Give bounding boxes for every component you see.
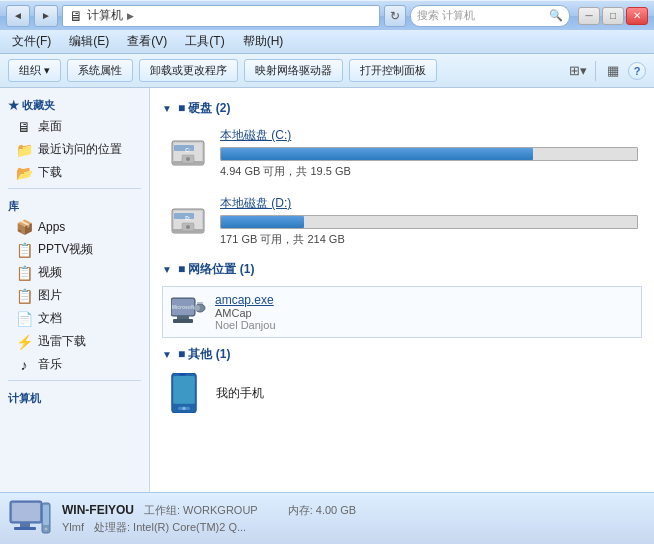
disk-c-item[interactable]: C: 本地磁盘 (C:) 4.94 GB 可用，共 19.5 GB (162, 125, 642, 181)
favorites-header[interactable]: ★ 收藏夹 (0, 92, 149, 115)
disk-c-bar-container (220, 147, 638, 161)
apps-icon: 📦 (16, 219, 32, 235)
sidebar-item-apps[interactable]: 📦 Apps (0, 216, 149, 238)
svg-rect-30 (20, 523, 30, 527)
svg-text:C:: C: (185, 147, 191, 153)
status-pc-svg (8, 497, 52, 541)
svg-point-11 (186, 225, 190, 229)
pictures-icon: 📋 (16, 288, 32, 304)
disk-c-icon: C: (166, 131, 210, 175)
computer-name: WIN-FEIYOU (62, 501, 134, 519)
network-item-amcap[interactable]: Microsoft amcap.exe AMCap Noel Danjou (162, 286, 642, 338)
help-button[interactable]: ? (628, 62, 646, 80)
back-button[interactable]: ◄ (6, 5, 30, 27)
maximize-button[interactable]: □ (602, 7, 624, 25)
svg-point-34 (45, 527, 48, 530)
status-info: WIN-FEIYOU 工作组: WORKGROUP 内存: 4.00 GB Yl… (62, 501, 646, 536)
organize-button[interactable]: 组织 ▾ (8, 59, 61, 82)
disk-d-bar (221, 216, 304, 228)
toolbar-right: ⊞▾ ▦ ? (567, 60, 646, 82)
other-label: ■ 其他 (1) (178, 346, 231, 363)
disk-c-space: 4.94 GB 可用，共 19.5 GB (220, 164, 638, 179)
sidebar-label-music: 音乐 (38, 356, 62, 373)
amcap-sub: AMCap (215, 307, 633, 319)
amcap-name[interactable]: amcap.exe (215, 293, 633, 307)
details-view-button[interactable]: ▦ (602, 60, 624, 82)
refresh-button[interactable]: ↻ (384, 5, 406, 27)
disk-c-info: 本地磁盘 (C:) 4.94 GB 可用，共 19.5 GB (220, 127, 638, 179)
sidebar-item-recent[interactable]: 📁 最近访问的位置 (0, 138, 149, 161)
sub-label: Ylmf (62, 519, 84, 536)
uninstall-button[interactable]: 卸载或更改程序 (139, 59, 238, 82)
amcap-info: amcap.exe AMCap Noel Danjou (215, 293, 633, 331)
sidebar-label-video: 视频 (38, 264, 62, 281)
menu-tools[interactable]: 工具(T) (177, 31, 232, 52)
menu-file[interactable]: 文件(F) (4, 31, 59, 52)
menu-edit[interactable]: 编辑(E) (61, 31, 117, 52)
hard-disk-header[interactable]: ▼ ■ 硬盘 (2) (162, 100, 642, 117)
disk-section-arrow: ▼ (162, 103, 172, 114)
svg-rect-29 (12, 503, 40, 521)
network-header[interactable]: ▼ ■ 网络位置 (1) (162, 261, 642, 278)
svg-rect-20 (197, 302, 203, 304)
svg-rect-5 (174, 145, 194, 151)
status-bar: WIN-FEIYOU 工作组: WORKGROUP 内存: 4.00 GB Yl… (0, 492, 654, 544)
sidebar: ★ 收藏夹 🖥 桌面 📁 最近访问的位置 📂 下载 库 📦 Apps 📋 PPT… (0, 88, 150, 492)
menu-help[interactable]: 帮助(H) (235, 31, 292, 52)
sidebar-item-music[interactable]: ♪ 音乐 (0, 353, 149, 376)
other-item-phone[interactable]: 我的手机 (162, 371, 642, 415)
library-header[interactable]: 库 (0, 193, 149, 216)
sidebar-item-docs[interactable]: 📄 文档 (0, 307, 149, 330)
map-drive-button[interactable]: 映射网络驱动器 (244, 59, 343, 82)
close-button[interactable]: ✕ (626, 7, 648, 25)
svg-rect-33 (43, 505, 49, 525)
control-panel-button[interactable]: 打开控制面板 (349, 59, 437, 82)
svg-rect-19 (173, 319, 193, 323)
system-props-button[interactable]: 系统属性 (67, 59, 133, 82)
search-icon: 🔍 (549, 9, 563, 22)
view-toggle-button[interactable]: ⊞▾ (567, 60, 589, 82)
network-section-arrow: ▼ (162, 264, 172, 275)
sidebar-item-thunder[interactable]: ⚡ 迅雷下载 (0, 330, 149, 353)
phone-icon (162, 371, 206, 415)
disk-c-name[interactable]: 本地磁盘 (C:) (220, 127, 638, 144)
amcap-icon: Microsoft (171, 294, 207, 330)
disk-d-info: 本地磁盘 (D:) 171 GB 可用，共 214 GB (220, 195, 638, 247)
window-controls: ─ □ ✕ (578, 7, 648, 25)
downloads-icon: 📂 (16, 165, 32, 181)
disk-d-name[interactable]: 本地磁盘 (D:) (220, 195, 638, 212)
minimize-button[interactable]: ─ (578, 7, 600, 25)
search-bar[interactable]: 搜索 计算机 🔍 (410, 5, 570, 27)
address-bar[interactable]: 🖥 计算机 ▶ (62, 5, 380, 27)
sidebar-item-pptv[interactable]: 📋 PPTV视频 (0, 238, 149, 261)
toolbar-separator (595, 61, 596, 81)
memory-label: 内存: 4.00 GB (288, 502, 356, 519)
sidebar-item-desktop[interactable]: 🖥 桌面 (0, 115, 149, 138)
menu-bar: 文件(F) 编辑(E) 查看(V) 工具(T) 帮助(H) (0, 30, 654, 54)
status-computer-icon (8, 497, 52, 541)
address-arrow: ▶ (127, 11, 134, 21)
amcap-svg: Microsoft (171, 294, 207, 330)
sidebar-item-downloads[interactable]: 📂 下载 (0, 161, 149, 184)
sidebar-label-desktop: 桌面 (38, 118, 62, 135)
menu-view[interactable]: 查看(V) (119, 31, 175, 52)
disk-c-bar (221, 148, 533, 160)
svg-text:Microsoft: Microsoft (172, 304, 195, 310)
disk-d-item[interactable]: D: 本地磁盘 (D:) 171 GB 可用，共 214 GB (162, 193, 642, 249)
title-bar-left: ◄ ► 🖥 计算机 ▶ ↻ 搜索 计算机 🔍 (6, 5, 570, 27)
address-text: 计算机 (87, 7, 123, 24)
svg-rect-24 (173, 376, 195, 404)
disk-d-icon: D: (166, 199, 210, 243)
forward-button[interactable]: ► (34, 5, 58, 27)
pptv-icon: 📋 (16, 242, 32, 258)
computer-header[interactable]: 计算机 (0, 385, 149, 408)
details-icon: ▦ (607, 63, 619, 78)
svg-rect-31 (14, 527, 36, 530)
svg-point-26 (182, 407, 185, 410)
sidebar-item-pictures[interactable]: 📋 图片 (0, 284, 149, 307)
sidebar-item-video[interactable]: 📋 视频 (0, 261, 149, 284)
sidebar-label-pictures: 图片 (38, 287, 62, 304)
main-area: ★ 收藏夹 🖥 桌面 📁 最近访问的位置 📂 下载 库 📦 Apps 📋 PPT… (0, 88, 654, 492)
docs-icon: 📄 (16, 311, 32, 327)
other-header[interactable]: ▼ ■ 其他 (1) (162, 346, 642, 363)
